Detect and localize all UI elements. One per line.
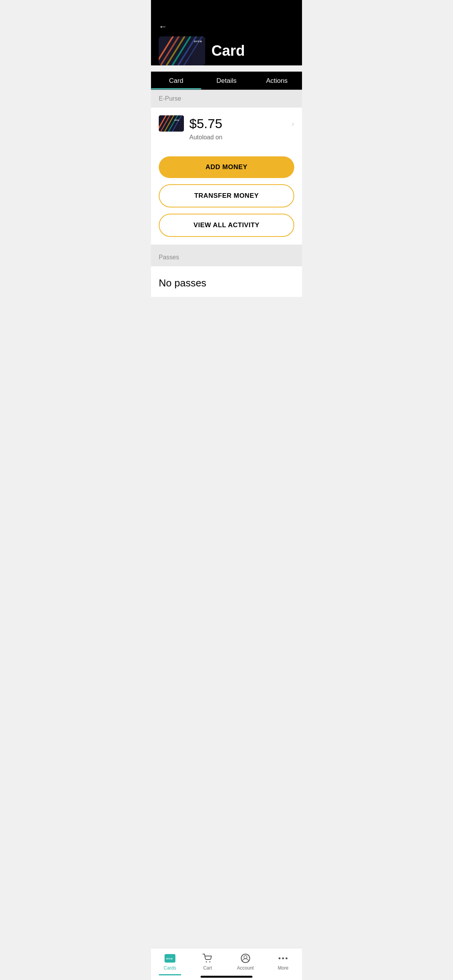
home-indicator [201,976,252,978]
transfer-money-button[interactable]: TRANSFER MONEY [159,184,294,207]
page-title: Card [211,43,245,59]
nav-label-account: Account [237,965,254,971]
svg-text:orca: orca [174,119,179,121]
view-activity-button[interactable]: VIEW ALL ACTIVITY [159,214,294,237]
tab-actions[interactable]: Actions [252,72,302,89]
no-passes-message: No passes [159,277,294,289]
autoload-text: Autoload on [189,134,294,141]
passes-section: No passes [151,266,302,297]
svg-point-22 [286,958,288,959]
tab-card[interactable]: Card [151,72,201,89]
passes-section-header: Passes [151,248,302,266]
svg-point-21 [282,958,284,959]
svg-text:orca: orca [166,957,173,960]
nav-item-account[interactable]: Account [226,951,264,972]
chevron-right-icon: › [292,119,294,128]
header: ← orca Card [151,17,302,65]
status-bar [151,0,302,17]
svg-point-19 [244,956,247,959]
balance-row[interactable]: orca $5.75 › [159,115,294,132]
back-button[interactable]: ← [159,22,167,32]
balance-info: $5.75 [189,116,286,131]
svg-point-17 [209,961,211,963]
header-content: orca Card [159,36,294,65]
nav-label-cards: Cards [164,965,176,971]
epurse-section: orca $5.75 › Autoload on [151,108,302,149]
add-money-button[interactable]: ADD MONEY [159,156,294,178]
orca-logo-small: orca [194,39,202,43]
nav-label-more: More [278,965,288,971]
nav-item-more[interactable]: More [264,951,302,972]
account-icon [240,953,251,964]
svg-point-16 [206,961,207,963]
cards-icon: orca [165,953,175,964]
svg-point-20 [279,958,281,959]
nav-item-cards[interactable]: orca Cards [151,951,189,972]
buttons-section: ADD MONEY TRANSFER MONEY VIEW ALL ACTIVI… [151,149,302,245]
tab-details[interactable]: Details [201,72,252,89]
cart-icon [202,953,213,964]
card-icon: orca [159,115,184,132]
balance-amount: $5.75 [189,116,286,131]
tabs-bar: Card Details Actions [151,72,302,90]
more-icon [278,953,288,964]
nav-label-cart: Cart [203,965,212,971]
epurse-section-header: E-Purse [151,90,302,108]
nav-item-cart[interactable]: Cart [189,951,227,972]
section-divider [151,245,302,248]
card-thumbnail: orca [159,36,205,65]
